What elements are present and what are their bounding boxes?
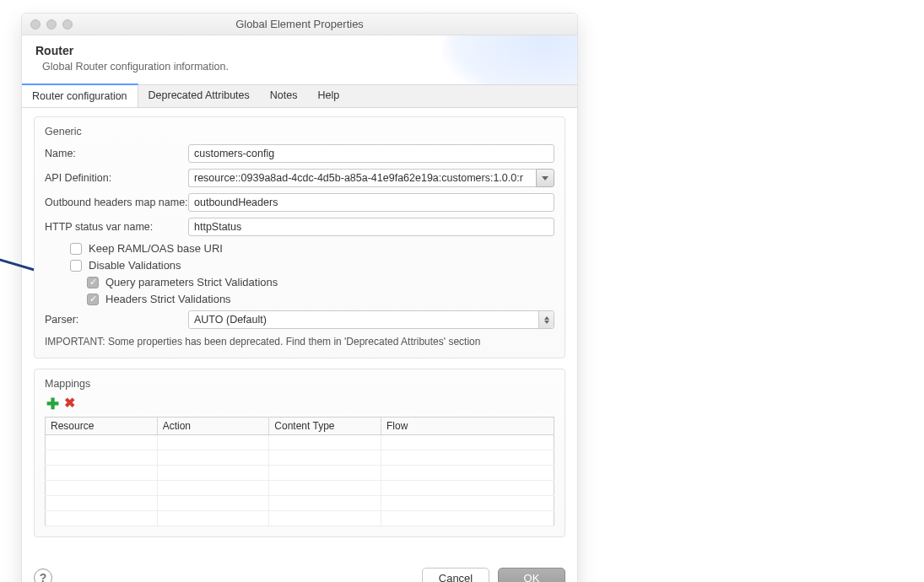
query-params-strict-checkbox[interactable]: ✓ — [87, 277, 99, 288]
window-title: Global Element Properties — [22, 18, 577, 30]
headers-strict-label: Headers Strict Validations — [105, 293, 231, 305]
dialog-header: Router Global Router configuration infor… — [22, 35, 577, 84]
chevron-down-icon — [542, 176, 548, 181]
help-icon: ? — [40, 571, 47, 582]
tab-panel: Generic Name: API Definition: Outbound h… — [22, 108, 577, 559]
table-row[interactable] — [46, 496, 554, 511]
mappings-table: Resource Action Content Type Flow — [45, 417, 554, 526]
delete-mapping-button[interactable]: ✖ — [64, 396, 75, 412]
generic-legend: Generic — [45, 126, 554, 137]
tab-notes[interactable]: Notes — [260, 84, 308, 107]
tab-bar: Router configuration Deprecated Attribut… — [22, 84, 577, 108]
dialog-footer: ? Cancel OK — [22, 559, 577, 582]
mappings-legend: Mappings — [45, 378, 554, 390]
apidef-label: API Definition: — [45, 172, 188, 184]
headers-strict-checkbox[interactable]: ✓ — [87, 294, 99, 305]
add-mapping-button[interactable]: ✚ — [46, 396, 59, 412]
table-row[interactable] — [46, 435, 554, 450]
httpstat-input[interactable] — [188, 218, 554, 236]
check-icon: ✓ — [89, 294, 97, 304]
parser-select[interactable] — [188, 310, 554, 329]
header-decoration — [442, 35, 577, 84]
tab-help[interactable]: Help — [307, 84, 349, 107]
name-input[interactable] — [188, 144, 554, 163]
tab-router-configuration[interactable]: Router configuration — [22, 84, 138, 107]
apidef-input[interactable] — [188, 169, 536, 187]
apidef-dropdown-button[interactable] — [536, 169, 554, 187]
keep-baseuri-checkbox[interactable] — [70, 243, 82, 255]
generic-group: Generic Name: API Definition: Outbound h… — [34, 116, 565, 358]
cancel-button[interactable]: Cancel — [422, 568, 489, 582]
col-action[interactable]: Action — [157, 418, 269, 435]
table-row[interactable] — [46, 450, 554, 466]
query-params-strict-label: Query parameters Strict Validations — [105, 276, 278, 288]
col-flow[interactable]: Flow — [381, 418, 554, 435]
parser-label: Parser: — [45, 314, 188, 326]
select-stepper-icon[interactable] — [538, 311, 554, 328]
disable-validations-label: Disable Validations — [89, 259, 181, 272]
keep-baseuri-label: Keep RAML/OAS base URI — [89, 242, 223, 255]
col-resource[interactable]: Resource — [46, 418, 158, 435]
tab-deprecated-attributes[interactable]: Deprecated Attributes — [138, 84, 260, 107]
col-content-type[interactable]: Content Type — [269, 418, 381, 435]
titlebar: Global Element Properties — [22, 13, 577, 35]
check-icon: ✓ — [89, 278, 97, 287]
disable-validations-checkbox[interactable] — [70, 260, 82, 272]
name-label: Name: — [45, 148, 188, 159]
outhdr-input[interactable] — [188, 193, 554, 212]
mappings-group: Mappings ✚ ✖ Resource Action Content Typ… — [34, 369, 565, 537]
deprecation-note: IMPORTANT: Some properties has been depr… — [45, 336, 554, 348]
outhdr-label: Outbound headers map name: — [45, 197, 188, 208]
table-row[interactable] — [46, 481, 554, 496]
ok-button[interactable]: OK — [498, 568, 565, 582]
help-button[interactable]: ? — [34, 569, 52, 582]
table-row[interactable] — [46, 466, 554, 481]
httpstat-label: HTTP status var name: — [45, 221, 188, 233]
dialog-window: Global Element Properties Router Global … — [21, 13, 578, 582]
table-row[interactable] — [46, 511, 554, 526]
